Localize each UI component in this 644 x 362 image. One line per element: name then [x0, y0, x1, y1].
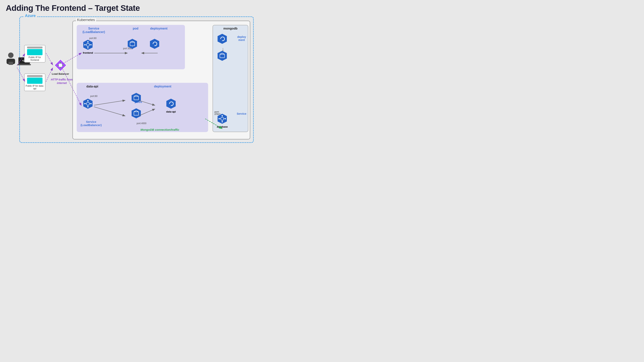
frontend-pod-icon	[127, 38, 138, 50]
page-title: Adding The Frontend – Target State	[0, 0, 258, 15]
svg-point-66	[225, 118, 226, 119]
dataapi-service-icon	[82, 98, 93, 110]
svg-marker-44	[132, 93, 141, 103]
svg-point-23	[87, 41, 88, 42]
svg-point-0	[8, 52, 14, 58]
svg-point-24	[87, 47, 88, 48]
pubip-dataapi: Public IP for data-api	[24, 73, 46, 91]
azure-label: Azure	[24, 13, 37, 18]
svg-point-26	[90, 44, 92, 45]
dataapi-deploy-icon: data-api	[166, 98, 176, 113]
frontend-service-box: Service(LoadBalancer) pod deployment por…	[77, 25, 185, 69]
svg-marker-50	[166, 99, 176, 109]
http-traffic-label: HTTP traffic from internet	[50, 78, 74, 85]
dataapi-service-label: Service(LoadBalancer)	[80, 120, 102, 127]
pubip-frontend: Public IP for frontend	[24, 45, 46, 62]
load-balancer-icon: Load Balancer	[52, 58, 69, 75]
mongodb-deploy-label: deployment	[237, 35, 246, 41]
mongodb-box: mongodb deployment ↓	[212, 25, 248, 132]
svg-point-43	[90, 103, 92, 104]
frontend-deploy-icon	[149, 38, 160, 50]
frontend-service-label: Service(LoadBalancer)	[82, 27, 105, 34]
svg-point-64	[222, 121, 223, 122]
dataapi-title: data-api	[86, 85, 98, 88]
svg-point-41	[87, 106, 88, 107]
svg-point-25	[84, 44, 86, 45]
mongo-conn-label: MongoDB connection/traffic	[140, 128, 179, 131]
frontend-deploy-label: deployment	[150, 27, 168, 30]
mongodb-pod-icon	[217, 50, 228, 62]
svg-rect-2	[8, 62, 13, 65]
svg-marker-54	[218, 51, 227, 61]
svg-point-40	[87, 100, 88, 101]
diagram-area: Azure </> Public IP for frontend	[4, 16, 254, 143]
dataapi-pod1-icon	[131, 92, 142, 104]
k8s-box: Kubernetes Service(LoadBalancer) pod dep…	[72, 21, 250, 139]
svg-marker-27	[128, 39, 137, 49]
dataapi-port80: port:80	[90, 95, 98, 97]
mongodb-label: mongodb	[213, 27, 248, 30]
svg-marker-32	[150, 39, 159, 49]
mongodb-db-icon: database	[217, 113, 228, 128]
svg-point-65	[218, 118, 220, 119]
dataapi-pod2-icon	[131, 108, 142, 119]
svg-point-63	[222, 115, 223, 116]
frontend-pod-label: pod	[133, 27, 138, 30]
svg-rect-6	[18, 64, 31, 65]
frontend-port80: port:80	[89, 37, 96, 39]
mongodb-deploy-icon	[217, 33, 228, 45]
k8s-label: Kubernetes	[76, 18, 96, 22]
dataapi-port4000: port:4000	[136, 122, 146, 125]
mongodb-service-label: Service	[237, 112, 246, 115]
svg-marker-52	[218, 34, 227, 44]
dataapi-service-box: data-api deployment Service(LoadBalancer…	[77, 83, 208, 132]
svg-marker-47	[132, 108, 141, 118]
dataapi-deploy-label: deployment	[154, 85, 172, 88]
svg-point-42	[84, 103, 86, 104]
frontend-service-icon: frontend	[82, 39, 93, 54]
